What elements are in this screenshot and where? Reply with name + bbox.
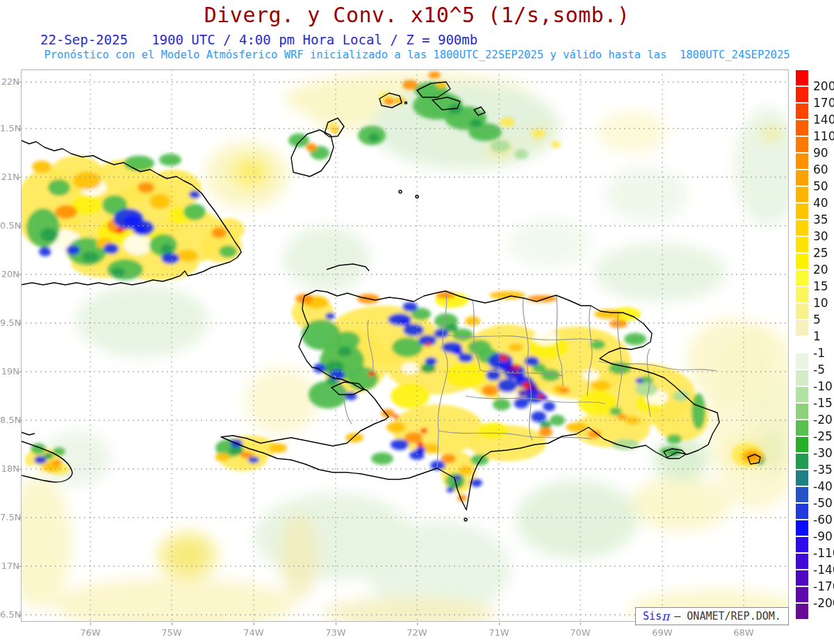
subtitle-datetime: 22-Sep-2025 1900 UTC / 4:00 pm Hora Loca… bbox=[40, 32, 477, 47]
y-tick bbox=[18, 129, 21, 129]
colorbar-label: 200 bbox=[813, 79, 834, 93]
colorbar-segment bbox=[796, 470, 808, 486]
subtitle-model-info: Pronóstico con el Modelo Atmósferico WRF… bbox=[0, 49, 834, 61]
colorbar-segment bbox=[796, 170, 808, 185]
colorbar: 2001701401109060504035302520151051-1-5-1… bbox=[796, 70, 834, 620]
colorbar-label: 25 bbox=[813, 246, 828, 260]
colorbar-segment bbox=[796, 554, 808, 569]
y-tick bbox=[18, 226, 21, 226]
x-axis-label: 70W bbox=[565, 627, 596, 638]
colorbar-label: 110 bbox=[813, 129, 834, 143]
colorbar-label: -30 bbox=[813, 446, 833, 460]
colorbar-label: -15 bbox=[813, 396, 833, 410]
colorbar-label: -5 bbox=[813, 363, 825, 377]
colorbar-label: 20 bbox=[813, 263, 828, 276]
colorbar-segment bbox=[796, 254, 808, 269]
y-tick bbox=[18, 323, 21, 324]
colorbar-label: 15 bbox=[813, 279, 828, 293]
colorbar-label: 170 bbox=[813, 96, 834, 110]
x-axis-label: 75W bbox=[156, 627, 187, 638]
colorbar-segment bbox=[796, 454, 808, 469]
colorbar-segment bbox=[796, 404, 808, 419]
colorbar-label: 140 bbox=[813, 113, 834, 126]
colorbar-segment bbox=[796, 104, 808, 119]
colorbar-segment bbox=[796, 570, 808, 586]
y-axis-label: 18N bbox=[0, 463, 19, 474]
x-axis-label: 73W bbox=[320, 627, 351, 638]
colorbar-segment bbox=[796, 337, 808, 352]
colorbar-label: 50 bbox=[813, 179, 828, 193]
x-axis-label: 74W bbox=[238, 627, 269, 638]
weather-map-page: Diverg. y Conv. x10^5 (1/s,somb.) 22-Sep… bbox=[0, 0, 834, 644]
colorbar-label: -200 bbox=[813, 596, 834, 610]
colorbar-segment bbox=[796, 437, 808, 452]
colorbar-segment bbox=[796, 537, 808, 552]
colorbar-label: -90 bbox=[813, 529, 833, 543]
colorbar-label: -170 bbox=[813, 579, 834, 593]
colorbar-segment bbox=[796, 220, 808, 236]
colorbar-label: 35 bbox=[813, 213, 828, 226]
y-axis-label: 6.5N bbox=[0, 609, 19, 620]
colorbar-label: 1 bbox=[813, 329, 821, 343]
x-tick bbox=[499, 622, 500, 625]
y-axis-label: 8.5N bbox=[0, 415, 19, 425]
y-axis-label: 19N bbox=[0, 366, 19, 377]
colorbar-label: -50 bbox=[813, 496, 833, 510]
colorbar-segment bbox=[796, 70, 808, 85]
colorbar-segment bbox=[796, 370, 808, 386]
attribution-box: Sisπ– ONAMET/REP.DOM. bbox=[635, 607, 789, 625]
x-axis-label: 72W bbox=[402, 627, 432, 638]
colorbar-segment bbox=[796, 120, 808, 135]
colorbar-label: -140 bbox=[813, 563, 834, 577]
y-tick bbox=[18, 420, 21, 421]
y-tick bbox=[18, 274, 21, 275]
colorbar-label: -10 bbox=[813, 379, 833, 393]
y-tick bbox=[18, 615, 21, 616]
brand-name: Sis bbox=[643, 610, 662, 622]
colorbar-label: 40 bbox=[813, 196, 828, 210]
colorbar-segment bbox=[796, 154, 808, 169]
colorbar-segment bbox=[796, 520, 808, 536]
colorbar-label: -60 bbox=[813, 513, 833, 527]
colorbar-segment bbox=[796, 320, 808, 336]
colorbar-segment bbox=[796, 504, 808, 519]
x-axis-label: 76W bbox=[75, 627, 106, 638]
colorbar-segment bbox=[796, 87, 808, 102]
colorbar-segment bbox=[796, 304, 808, 319]
pi-logo-icon: π bbox=[662, 609, 669, 623]
x-axis-label: 69W bbox=[647, 627, 678, 638]
x-axis-label: 68W bbox=[728, 627, 759, 638]
colorbar-label: -20 bbox=[813, 413, 833, 427]
colorbar-label: -40 bbox=[813, 479, 833, 493]
colorbar-segment bbox=[796, 420, 808, 436]
y-tick bbox=[18, 372, 21, 372]
colorbar-segment bbox=[796, 137, 808, 152]
colorbar-label: 60 bbox=[813, 163, 828, 176]
x-tick bbox=[417, 622, 418, 625]
y-tick bbox=[18, 177, 21, 178]
colorbar-segment bbox=[796, 270, 808, 286]
y-axis-label: 21N bbox=[0, 172, 19, 182]
colorbar-label: -35 bbox=[813, 463, 833, 477]
y-tick bbox=[18, 469, 21, 470]
y-tick bbox=[18, 518, 21, 518]
colorbar-label: -110 bbox=[813, 546, 834, 560]
colorbar-label: 10 bbox=[813, 296, 828, 310]
colorbar-segment bbox=[796, 204, 808, 219]
colorbar-label: -1 bbox=[813, 346, 825, 360]
colorbar-segment bbox=[796, 354, 808, 369]
colorbar-label: -25 bbox=[813, 429, 833, 443]
y-axis-label: 1.5N bbox=[0, 123, 19, 133]
x-axis-label: 71W bbox=[484, 627, 514, 638]
colorbar-segment bbox=[796, 287, 808, 302]
y-axis-label: 9.5N bbox=[0, 317, 19, 328]
x-tick bbox=[580, 622, 581, 625]
x-tick bbox=[172, 622, 172, 625]
colorbar-segment bbox=[796, 237, 808, 252]
y-axis-label: 22N bbox=[0, 76, 19, 87]
y-axis-label: 17N bbox=[0, 561, 19, 571]
colorbar-segment bbox=[796, 604, 808, 619]
colorbar-segment bbox=[796, 187, 808, 202]
y-tick bbox=[18, 566, 21, 567]
colorbar-segment bbox=[796, 387, 808, 402]
